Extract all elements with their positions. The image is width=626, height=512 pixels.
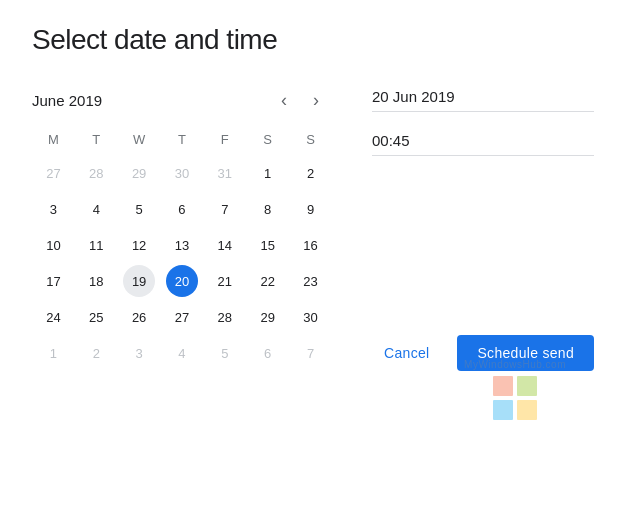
weekday-label: T [75,128,118,155]
day-number[interactable]: 15 [252,229,284,261]
schedule-send-button[interactable]: Schedule send [457,335,594,371]
day-number[interactable]: 4 [80,193,112,225]
day-number[interactable]: 16 [295,229,327,261]
cancel-button[interactable]: Cancel [372,337,441,369]
prev-month-button[interactable]: ‹ [268,84,300,116]
day-number[interactable]: 11 [80,229,112,261]
calendar-day-cell: 2 [289,155,332,191]
calendar-day-cell: 15 [246,227,289,263]
day-number[interactable]: 19 [123,265,155,297]
calendar-day-cell: 19 [118,263,161,299]
day-number[interactable]: 2 [80,337,112,369]
calendar-header: June 2019 ‹ › [32,84,332,116]
day-number[interactable]: 17 [37,265,69,297]
calendar-day-cell: 24 [32,299,75,335]
day-number[interactable]: 6 [252,337,284,369]
day-number[interactable]: 7 [295,337,327,369]
calendar-day-cell: 2 [75,335,118,371]
calendar-day-cell: 25 [75,299,118,335]
day-number[interactable]: 27 [166,301,198,333]
calendar-day-cell: 20 [161,263,204,299]
svg-rect-0 [493,376,513,396]
day-number[interactable]: 12 [123,229,155,261]
day-number[interactable]: 2 [295,157,327,189]
date-display[interactable]: 20 Jun 2019 [372,88,594,112]
day-number[interactable]: 5 [209,337,241,369]
day-number[interactable]: 22 [252,265,284,297]
calendar-section: June 2019 ‹ › MTWTFSS 272829303112345678… [32,84,332,371]
calendar-day-cell: 27 [161,299,204,335]
day-number[interactable]: 30 [166,157,198,189]
day-number[interactable]: 8 [252,193,284,225]
day-number[interactable]: 23 [295,265,327,297]
day-number[interactable]: 3 [123,337,155,369]
calendar-day-cell: 7 [289,335,332,371]
calendar-day-cell: 3 [32,191,75,227]
weekday-label: W [118,128,161,155]
calendar-day-cell: 3 [118,335,161,371]
calendar-day-cell: 5 [203,335,246,371]
weekday-header-row: MTWTFSS [32,128,332,155]
page-title: Select date and time [32,24,594,56]
day-number[interactable]: 1 [252,157,284,189]
calendar-day-cell: 28 [203,299,246,335]
calendar-day-cell: 1 [246,155,289,191]
day-number[interactable]: 28 [80,157,112,189]
calendar-day-cell: 13 [161,227,204,263]
calendar-day-cell: 7 [203,191,246,227]
action-buttons: Cancel Schedule send [372,235,594,371]
day-number[interactable]: 31 [209,157,241,189]
calendar-day-cell: 29 [246,299,289,335]
svg-rect-3 [517,400,537,420]
day-number[interactable]: 28 [209,301,241,333]
day-number[interactable]: 6 [166,193,198,225]
calendar-week-row: 10111213141516 [32,227,332,263]
day-number[interactable]: 13 [166,229,198,261]
next-month-button[interactable]: › [300,84,332,116]
calendar-day-cell: 30 [289,299,332,335]
weekday-label: F [203,128,246,155]
svg-rect-2 [493,400,513,420]
calendar-day-cell: 9 [289,191,332,227]
calendar-week-row: 1234567 [32,335,332,371]
right-section: 20 Jun 2019 00:45 Cancel Schedule send [372,84,594,371]
day-number[interactable]: 26 [123,301,155,333]
day-number[interactable]: 29 [252,301,284,333]
day-number[interactable]: 21 [209,265,241,297]
time-display[interactable]: 00:45 [372,132,594,156]
day-number[interactable]: 10 [37,229,69,261]
svg-rect-1 [517,376,537,396]
day-number[interactable]: 1 [37,337,69,369]
calendar-day-cell: 17 [32,263,75,299]
month-year-label: June 2019 [32,92,268,109]
calendar-day-cell: 29 [118,155,161,191]
calendar-body: 2728293031123456789101112131415161718192… [32,155,332,371]
day-number[interactable]: 5 [123,193,155,225]
dialog: Select date and time June 2019 ‹ › MTWTF… [0,0,626,512]
weekday-label: S [289,128,332,155]
calendar-day-cell: 18 [75,263,118,299]
calendar-week-row: 272829303112 [32,155,332,191]
content-area: June 2019 ‹ › MTWTFSS 272829303112345678… [32,84,594,371]
weekday-label: T [161,128,204,155]
day-number[interactable]: 24 [37,301,69,333]
calendar-day-cell: 4 [75,191,118,227]
calendar-day-cell: 11 [75,227,118,263]
calendar-week-row: 24252627282930 [32,299,332,335]
calendar-day-cell: 14 [203,227,246,263]
day-number[interactable]: 9 [295,193,327,225]
day-number[interactable]: 4 [166,337,198,369]
calendar-day-cell: 16 [289,227,332,263]
day-number[interactable]: 30 [295,301,327,333]
day-number[interactable]: 7 [209,193,241,225]
day-number[interactable]: 3 [37,193,69,225]
day-number[interactable]: 18 [80,265,112,297]
day-number[interactable]: 14 [209,229,241,261]
day-number[interactable]: 29 [123,157,155,189]
day-number[interactable]: 27 [37,157,69,189]
calendar-table: MTWTFSS 27282930311234567891011121314151… [32,128,332,371]
calendar-day-cell: 6 [246,335,289,371]
day-number[interactable]: 25 [80,301,112,333]
day-number[interactable]: 20 [166,265,198,297]
calendar-week-row: 17181920212223 [32,263,332,299]
